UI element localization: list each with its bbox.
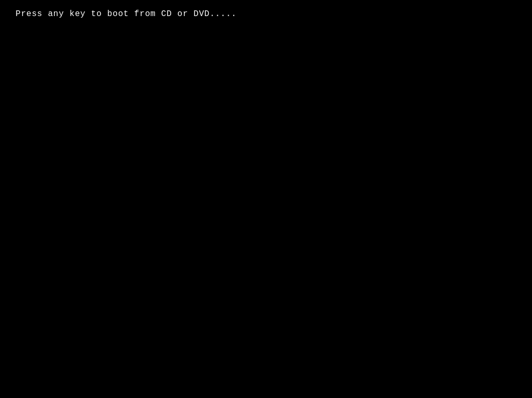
boot-prompt-text: Press any key to boot from CD or DVD....… — [16, 9, 236, 19]
boot-screen: Press any key to boot from CD or DVD....… — [0, 0, 532, 398]
